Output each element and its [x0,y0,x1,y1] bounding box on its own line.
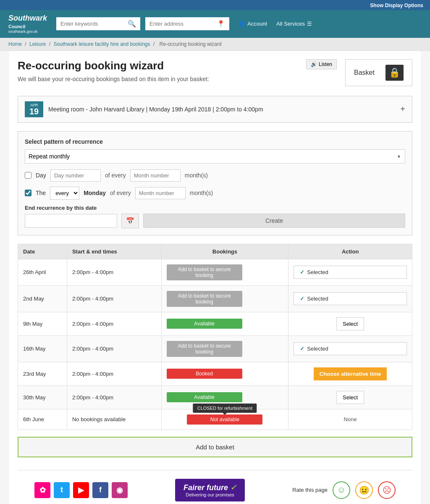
table-row-action[interactable]: Select [288,385,412,409]
table-row-date: 16th May [18,335,67,362]
breadcrumb-facility[interactable]: Southwark leisure facility hire and book… [53,41,150,47]
basket-icon: 🔒 [385,65,404,81]
search-box[interactable]: 🔍 [56,17,140,30]
recurrence-panel: Select pattern of recurrence Repeat mont… [18,131,412,235]
table-row-booking: Add to basket to secure booking [161,285,288,312]
social-icons: ✿ t ▶ f ◉ [34,482,128,498]
breadcrumb-leisure[interactable]: Leisure [29,41,46,47]
main-content: Basket 🔒 🔊 Listen Re-occuring booking wi… [9,51,421,504]
logo-url: southwark.gov.uk [8,29,47,34]
the-checkbox[interactable] [25,190,31,196]
day-number-input[interactable] [50,169,101,182]
end-recurrence-label: End recurrence by this date [25,205,405,211]
checkmark-icon: ✓ [300,269,304,275]
breadcrumb-current: Re-occuring booking wizard [160,41,222,47]
selected-button[interactable]: ✓ Selected [294,342,407,355]
calendar-icon: 📅 [126,217,134,224]
youtube-icon[interactable]: ▶ [73,482,89,498]
status-bar: Add to basket to secure booking [167,291,242,307]
table-row-action[interactable]: ✓ Selected [288,259,412,285]
account-icon: 👤 [239,21,245,27]
footer-social: ✿ t ▶ f ◉ Fairer future ✓ Delivering our… [18,470,412,504]
calendar-button[interactable]: 📅 [121,214,139,228]
breadcrumb-home[interactable]: Home [8,41,22,47]
table-row-date: 30th May [18,385,67,409]
services-label: All Services [276,21,305,27]
show-display-options-link[interactable]: Show Display Options [370,3,423,8]
breadcrumb-sep3: / [153,41,156,47]
rate-neutral-icon[interactable]: 😐 [355,481,373,499]
col-action: Action [288,244,412,259]
months-label-1: month(s) [185,172,208,179]
table-row-times: 2:00pm - 4:00pm [67,259,161,285]
table-row-action[interactable]: None [288,409,412,430]
table-row-date: 23rd May [18,362,67,385]
facebook-icon[interactable]: f [92,482,108,498]
recurrence-day-row: Day of every month(s) [25,169,405,182]
table-row-action[interactable]: ✓ Selected [288,285,412,312]
end-date-input[interactable]: 30 May 2018 [25,214,117,228]
bookings-table: Date Start & end times Bookings Action 2… [18,244,412,430]
rate-label: Rate this page [292,487,328,493]
alternative-time-button[interactable]: Choose alternative time [314,367,387,380]
breadcrumb: Home / Leisure / Southwark leisure facil… [0,38,430,51]
location-icon: 📍 [217,20,225,28]
col-times: Start & end times [67,244,161,259]
pattern-select[interactable]: Repeat monthly [25,149,405,164]
fairer-future-logo: Fairer future ✓ Delivering our promises [175,479,245,501]
booking-expand-button[interactable]: + [400,104,405,114]
breadcrumb-sep2: / [49,41,52,47]
month-number-input-2[interactable] [135,187,186,199]
day-checkbox[interactable] [25,172,31,179]
listen-button[interactable]: 🔊 Listen [306,59,337,69]
table-row-action[interactable]: Choose alternative time [288,362,412,385]
booking-detail: Meeting room - John Harvard Library | Mo… [48,106,395,113]
month-number-input-1[interactable] [130,169,181,182]
recurrence-title: Select pattern of recurrence [25,138,405,145]
basket-label: Basket [354,69,375,77]
tooltip-wrapper: Not availableCLOSED for refurbishment [187,414,262,425]
instagram-icon[interactable]: ◉ [112,482,128,498]
table-row-date: 9th May [18,312,67,335]
basket-widget: Basket 🔒 [345,59,412,86]
create-button[interactable]: Create [143,214,405,228]
address-input[interactable] [149,21,217,27]
table-row-booking: Add to basket to secure booking [161,335,288,362]
status-bar: Available [167,392,242,402]
account-label: Account [247,21,267,27]
table-row-times: 2:00pm - 4:00pm [67,285,161,312]
table-row-booking: Not availableCLOSED for refurbishment [161,409,288,430]
flickr-icon[interactable]: ✿ [34,482,50,498]
every-select[interactable]: every 1st 2nd 3rd 4th last [50,187,79,200]
action-none-label: None [344,416,357,422]
select-button[interactable]: Select [336,317,364,330]
address-box[interactable]: 📍 [145,17,229,30]
booking-item: APR 19 Meeting room - John Harvard Libra… [18,96,412,123]
table-row-date: 26th April [18,259,67,285]
fairer-future-sub: Delivering our promises [184,492,236,497]
logo-council: Council [8,24,25,29]
date-row: 30 May 2018 📅 Create [25,214,405,228]
table-row-booking: Booked [161,362,288,385]
account-nav[interactable]: 👤 Account [239,21,267,27]
fairer-future-main: Fairer future ✓ [184,483,236,492]
listen-icon: 🔊 [311,61,317,67]
add-to-basket-button[interactable]: Add to basket [18,437,412,457]
col-date: Date [18,244,67,259]
rate-sad-icon[interactable]: ☹ [378,481,396,499]
search-input[interactable] [60,21,128,27]
status-bar: Booked [167,369,242,379]
select-button[interactable]: Select [336,391,364,404]
all-services-nav[interactable]: All Services ☰ [276,21,312,27]
booking-date-badge: APR 19 [25,101,43,117]
selected-button[interactable]: ✓ Selected [294,266,407,279]
checkmark-icon: ✓ [300,346,304,352]
table-row-action[interactable]: ✓ Selected [288,335,412,362]
selected-button[interactable]: ✓ Selected [294,292,407,305]
table-row-action[interactable]: Select [288,312,412,335]
table-row-booking: Add to basket to secure booking [161,259,288,285]
twitter-icon[interactable]: t [54,482,70,498]
pattern-select-wrapper: Repeat monthly [25,149,405,164]
rate-happy-icon[interactable]: ☺ [333,481,350,499]
end-recurrence-section: End recurrence by this date 30 May 2018 … [25,205,405,228]
